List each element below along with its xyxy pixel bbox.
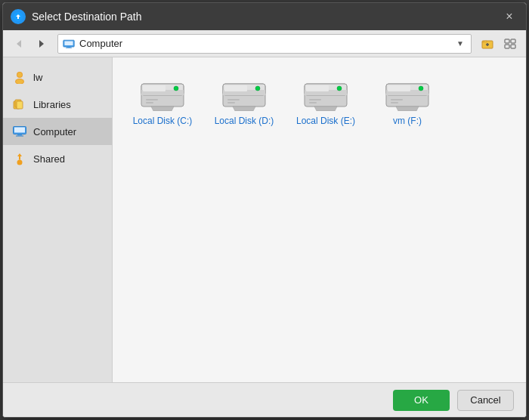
svg-marker-26: [17, 153, 22, 156]
sidebar: lw Libraries: [3, 57, 113, 382]
svg-rect-13: [511, 45, 515, 48]
svg-rect-57: [391, 102, 398, 103]
svg-rect-12: [505, 45, 509, 48]
dialog: Select Destination Path × Computer ▼: [2, 2, 527, 418]
drive-e[interactable]: Local Disk (E:): [288, 69, 363, 133]
shared-icon: [12, 151, 27, 166]
drive-c[interactable]: Local Disk (C:): [125, 69, 200, 133]
footer: OK Cancel: [3, 382, 526, 417]
dialog-title: Select Destination Path: [32, 11, 500, 23]
svg-rect-38: [224, 85, 247, 91]
drive-f-icon: [385, 78, 430, 111]
drive-e-icon: [303, 78, 348, 111]
drive-e-label: Local Disk (E:): [296, 116, 355, 126]
breadcrumb-computer-icon: [63, 39, 75, 48]
sidebar-item-shared[interactable]: Shared: [3, 145, 112, 172]
svg-rect-10: [505, 39, 509, 43]
svg-marker-2: [39, 40, 44, 48]
svg-rect-41: [227, 102, 235, 103]
svg-marker-42: [233, 107, 255, 111]
computer-icon: [12, 124, 27, 139]
ok-button[interactable]: OK: [393, 390, 450, 411]
svg-rect-24: [16, 136, 23, 137]
svg-rect-40: [227, 99, 240, 100]
svg-rect-54: [388, 85, 410, 91]
svg-point-25: [17, 160, 23, 165]
drive-d-label: Local Disk (D:): [215, 116, 274, 126]
new-folder-button[interactable]: [478, 34, 497, 54]
drive-f[interactable]: vm (F:): [370, 69, 445, 133]
sidebar-item-computer-label: Computer: [33, 126, 76, 137]
svg-rect-48: [309, 99, 321, 100]
svg-rect-33: [146, 102, 153, 103]
svg-rect-32: [146, 99, 158, 100]
svg-rect-46: [306, 85, 329, 91]
drive-d-icon: [221, 78, 267, 111]
sidebar-item-lw[interactable]: lw: [3, 63, 112, 91]
sidebar-item-shared-label: Shared: [33, 153, 65, 165]
main-pane: Local Disk (C:) Local Disk: [113, 57, 526, 382]
svg-marker-34: [151, 107, 174, 111]
breadcrumb-label: Computer: [79, 38, 450, 49]
svg-rect-4: [64, 41, 73, 45]
svg-rect-11: [511, 39, 515, 43]
title-bar: Select Destination Path ×: [3, 3, 526, 30]
svg-point-47: [337, 86, 342, 91]
user-icon: [12, 69, 27, 85]
svg-rect-6: [66, 47, 72, 48]
breadcrumb-dropdown-icon[interactable]: ▼: [454, 39, 466, 48]
breadcrumb-bar: Computer ▼: [57, 34, 472, 54]
svg-rect-56: [391, 99, 403, 100]
svg-rect-20: [17, 101, 23, 109]
svg-marker-50: [314, 107, 337, 111]
svg-point-55: [419, 86, 423, 91]
svg-marker-58: [396, 107, 419, 111]
forward-button[interactable]: [32, 34, 51, 54]
svg-rect-22: [14, 128, 25, 133]
content-area: lw Libraries: [3, 57, 526, 382]
svg-point-39: [255, 86, 260, 91]
drive-f-label: vm (F:): [393, 116, 422, 126]
sidebar-item-computer[interactable]: Computer: [3, 118, 112, 145]
drive-d[interactable]: Local Disk (D:): [206, 69, 282, 133]
drive-c-icon: [140, 78, 185, 111]
toolbar: Computer ▼: [3, 30, 526, 57]
svg-marker-1: [17, 40, 21, 48]
drive-c-label: Local Disk (C:): [133, 116, 193, 126]
svg-rect-49: [309, 102, 317, 103]
sidebar-item-libraries[interactable]: Libraries: [3, 91, 112, 118]
view-toggle-button[interactable]: [500, 34, 520, 54]
close-button[interactable]: ×: [500, 8, 518, 26]
app-icon: [11, 9, 26, 24]
library-icon: [12, 97, 27, 112]
svg-rect-30: [143, 85, 166, 91]
svg-point-16: [17, 73, 22, 77]
sidebar-item-libraries-label: Libraries: [33, 99, 71, 110]
cancel-button[interactable]: Cancel: [457, 390, 514, 411]
svg-point-17: [16, 79, 23, 84]
svg-point-31: [174, 86, 178, 91]
sidebar-item-lw-label: lw: [33, 72, 42, 83]
back-button[interactable]: [9, 34, 29, 54]
svg-rect-23: [17, 134, 22, 136]
